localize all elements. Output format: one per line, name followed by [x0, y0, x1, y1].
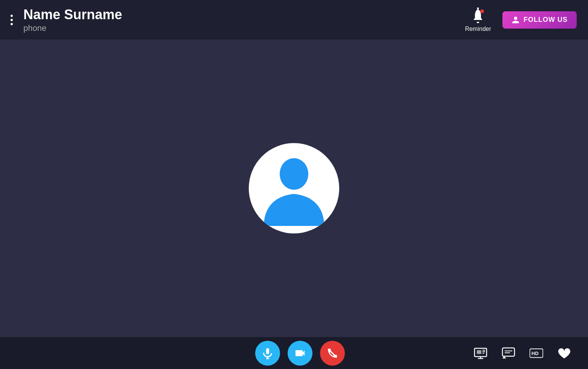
hd-button[interactable]: HD: [528, 345, 545, 362]
hangup-button[interactable]: [320, 341, 345, 366]
follow-us-button[interactable]: FOLLOW US: [502, 11, 577, 29]
reminder-label: Reminder: [465, 26, 491, 32]
reminder-button[interactable]: Reminder: [465, 8, 491, 32]
mic-icon: [262, 347, 274, 359]
header-left: Name Surname phone: [8, 6, 122, 33]
caller-info: Name Surname phone: [23, 6, 122, 33]
svg-rect-13: [502, 348, 514, 356]
svg-point-2: [280, 158, 308, 190]
header: Name Surname phone Reminder FOLLOW US: [0, 0, 588, 40]
avatar: [249, 143, 339, 233]
call-controls: [255, 341, 345, 366]
svg-rect-9: [477, 350, 481, 354]
user-icon: [511, 16, 520, 24]
heart-icon: [557, 346, 571, 360]
favorite-button[interactable]: [556, 345, 573, 362]
video-icon: [294, 347, 306, 359]
screen-share-icon: [474, 346, 487, 360]
hangup-icon: [326, 347, 338, 359]
chat-button[interactable]: [500, 345, 517, 362]
main-content: [0, 40, 588, 337]
bottom-bar: HD: [0, 337, 588, 369]
caller-name: Name Surname: [23, 6, 122, 23]
svg-text:HD: HD: [531, 351, 539, 356]
hd-icon: HD: [530, 346, 543, 360]
header-right: Reminder FOLLOW US: [465, 8, 577, 32]
svg-point-0: [477, 8, 479, 9]
follow-label: FOLLOW US: [524, 16, 568, 24]
screen-share-button[interactable]: [472, 345, 489, 362]
mic-button[interactable]: [255, 341, 280, 366]
bell-icon: [470, 8, 486, 24]
video-button[interactable]: [288, 341, 312, 366]
bottom-right-controls: HD: [472, 345, 573, 362]
chat-icon: [502, 346, 515, 360]
caller-phone: phone: [23, 23, 122, 33]
svg-point-1: [480, 9, 484, 13]
avatar-icon: [256, 147, 332, 230]
menu-button[interactable]: [8, 12, 16, 28]
